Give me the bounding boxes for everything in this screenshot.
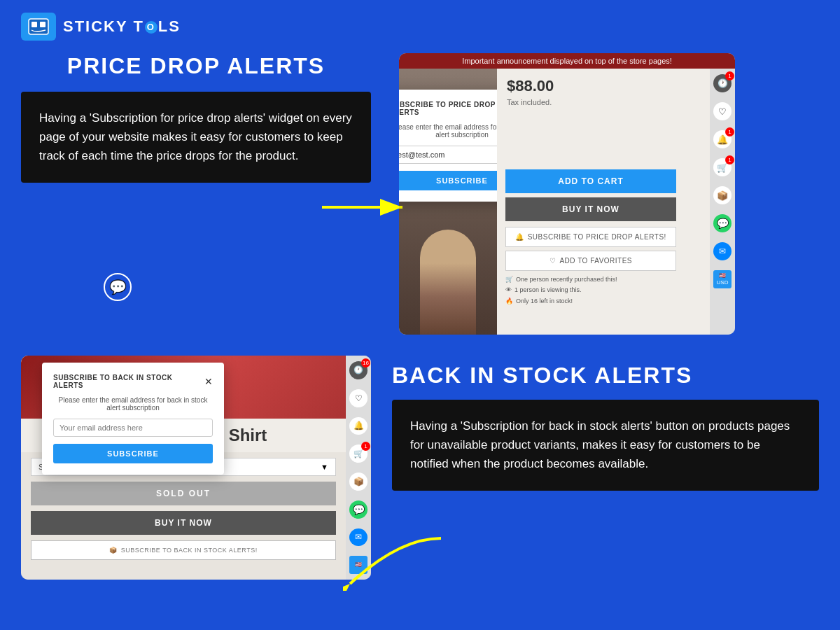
clock-icon2[interactable]: 🕐 16 (349, 361, 368, 379)
cart-badge2: 1 (361, 442, 370, 451)
logo-icon (21, 13, 56, 41)
modal-description: Please enter the email address for price… (399, 123, 497, 139)
notification-badge: 1 (725, 127, 734, 136)
whatsapp-icon[interactable]: 💬 (713, 214, 732, 232)
box-icon3[interactable]: 📦 (349, 472, 368, 491)
favorites-label: ADD TO FAVORITES (559, 257, 632, 265)
header: STICKY TOLS (0, 0, 840, 53)
modal2-close-icon[interactable]: ✕ (204, 376, 213, 387)
buy-it-now-button2[interactable]: BUY IT NOW (31, 511, 336, 535)
add-to-cart-button[interactable]: ADD TO CART (505, 169, 676, 193)
back-in-stock-modal: SUBSCRIBE TO BACK IN STOCK ALERTS ✕ Plea… (42, 363, 224, 475)
announcement-bar: Important announcement displayed on top … (399, 53, 735, 69)
wishlist-icon2[interactable]: ♡ (349, 389, 368, 407)
sold-out-button[interactable]: SOLD OUT (31, 482, 336, 505)
price-drop-right: Important announcement displayed on top … (392, 53, 819, 335)
modal-title: SUBSCRIBE TO PRICE DROP ALERTS (399, 101, 497, 116)
subscribe-price-drop-button[interactable]: 🔔 SUBSCRIBE TO PRICE DROP ALERTS! (505, 227, 676, 247)
whatsapp-icon2[interactable]: 💬 (349, 500, 368, 519)
box-icon2: 📦 (109, 547, 118, 554)
language-flag-icon[interactable]: 🇺🇸USD (713, 270, 732, 288)
whatsapp-floating-icon[interactable]: 💬 (104, 273, 132, 301)
clock-badge: 1 (725, 71, 734, 80)
cart-icon[interactable]: 🛒 1 (713, 158, 732, 176)
product-price: $88.00 (507, 77, 700, 95)
messenger-icon[interactable]: ✉ (713, 242, 732, 260)
clock-badge2: 16 (361, 358, 370, 368)
widget2-content: Chequered Red Shirt SUBSCRIBE TO BACK IN… (21, 356, 346, 580)
price-drop-desc-box: Having a 'Subscription for price drop al… (21, 92, 371, 183)
svg-rect-1 (31, 22, 37, 27)
action-buttons: ADD TO CART BUY IT NOW 🔔 SUBSCRIBE TO PR… (497, 169, 685, 307)
tax-text: Tax included. (507, 98, 700, 106)
social-proof-two: 👁 1 person is viewing this. (505, 285, 676, 295)
bell-icon: 🔔 (515, 233, 524, 241)
modal2-subscribe-button[interactable]: SUBSCRIBE (53, 444, 213, 463)
back-in-stock-title: BACK IN STOCK ALERTS (392, 363, 819, 388)
buy-it-now-button[interactable]: BUY IT NOW (505, 197, 676, 221)
modal2-description: Please enter the email address for back … (53, 396, 213, 412)
modal2-title: SUBSCRIBE TO BACK IN STOCK ALERTS (53, 374, 204, 389)
bottom-section: Chequered Red Shirt SUBSCRIBE TO BACK IN… (0, 342, 840, 594)
person-silhouette (420, 230, 476, 335)
price-drop-title: PRICE DROP ALERTS (21, 53, 371, 79)
back-in-stock-left: Chequered Red Shirt SUBSCRIBE TO BACK IN… (21, 356, 371, 580)
chevron-down-icon: ▼ (321, 463, 328, 471)
sidebar-icons: 🕐 1 ♡ 🔔 1 🛒 1 📦 💬 ✉ 🇺🇸USD (710, 69, 735, 335)
logo-text: STICKY TOLS (63, 18, 181, 36)
announcement-text: Important announcement displayed on top … (462, 57, 672, 65)
social-proof: 🛒 One person recently purchased this! 👁 … (505, 274, 676, 307)
bell-icon2[interactable]: 🔔 (349, 417, 368, 435)
price-drop-description: Having a 'Subscription for price drop al… (39, 111, 352, 162)
subscribe-back-label: SUBSCRIBE TO BACK IN STOCK ALERTS! (121, 547, 258, 554)
clock-icon[interactable]: 🕐 1 (713, 74, 732, 92)
back-in-stock-description: Having a 'Subscription for back in stock… (410, 419, 790, 470)
wishlist-icon[interactable]: ♡ (713, 102, 732, 120)
product-detail: $88.00 Tax included. ADD TO CART BUY IT … (497, 69, 710, 335)
notification-icon[interactable]: 🔔 1 (713, 130, 732, 148)
widget-body: SUBSCRIBE TO PRICE DROP ALERTS ✕ Please … (399, 69, 735, 335)
subscribe-back-in-stock-button[interactable]: 📦 SUBSCRIBE TO BACK IN STOCK ALERTS! (31, 540, 336, 560)
cart-icon2[interactable]: 🛒 1 (349, 444, 368, 463)
modal2-email-input[interactable] (53, 419, 213, 437)
modal2-header: SUBSCRIBE TO BACK IN STOCK ALERTS ✕ (53, 374, 213, 389)
modal-email-input[interactable] (399, 146, 497, 164)
box-icon[interactable]: 📦 (713, 186, 732, 204)
subscribe-price-drop-label: SUBSCRIBE TO PRICE DROP ALERTS! (528, 233, 666, 241)
back-in-stock-widget: Chequered Red Shirt SUBSCRIBE TO BACK IN… (21, 356, 371, 580)
yellow-arrow-back-in-stock (343, 535, 455, 594)
price-drop-widget: Important announcement displayed on top … (399, 53, 735, 335)
heart-icon: ♡ (550, 257, 556, 265)
social-proof-one: 🛒 One person recently purchased this! (505, 274, 676, 285)
add-to-favorites-button[interactable]: ♡ ADD TO FAVORITES (505, 251, 676, 271)
social-proof-three: 🔥 Only 16 left in stock! (505, 296, 676, 307)
price-drop-modal: SUBSCRIBE TO PRICE DROP ALERTS ✕ Please … (399, 90, 497, 202)
cart-badge: 1 (725, 155, 734, 164)
widget2-container: Chequered Red Shirt SUBSCRIBE TO BACK IN… (21, 356, 371, 580)
price-drop-left: PRICE DROP ALERTS Having a 'Subscription… (21, 53, 371, 335)
product-image-area: SUBSCRIBE TO PRICE DROP ALERTS ✕ Please … (399, 69, 497, 335)
modal-subscribe-button[interactable]: SUBSCRIBE (399, 171, 497, 190)
svg-rect-2 (40, 22, 46, 27)
back-in-stock-desc-box: Having a 'Subscription for back in stock… (392, 400, 819, 491)
back-in-stock-right: BACK IN STOCK ALERTS Having a 'Subscript… (392, 356, 819, 580)
modal-header: SUBSCRIBE TO PRICE DROP ALERTS ✕ (399, 101, 497, 116)
